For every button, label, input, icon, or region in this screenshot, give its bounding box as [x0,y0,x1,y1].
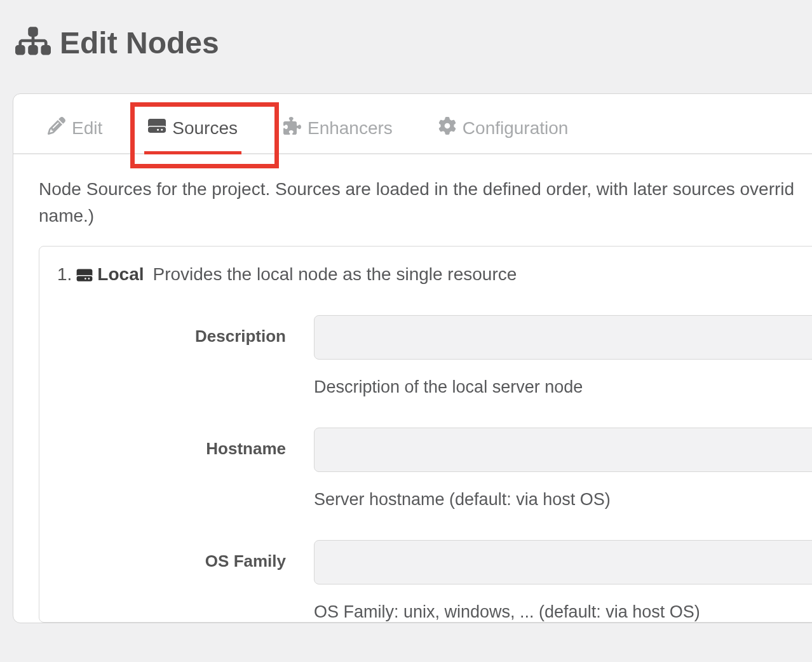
page-header: Edit Nodes [0,0,812,63]
tab-sources[interactable]: Sources [139,112,247,153]
tab-bar: Edit Sources Enhancers Configuration [13,94,812,154]
page-title: Edit Nodes [60,25,219,60]
tab-label: Configuration [463,118,569,138]
hostname-input[interactable] [314,428,812,472]
tab-label: Enhancers [308,118,393,138]
sitemap-icon [15,23,51,63]
gear-icon [438,117,456,139]
source-panel: 1. Local Provides the local node as the … [39,246,812,623]
osfamily-input[interactable] [314,540,812,584]
main-panel: Edit Sources Enhancers Configuration [13,93,812,623]
form-group-description: Description Description of the local ser… [57,315,812,397]
osfamily-label: OS Family [57,540,314,571]
tab-label: Sources [172,118,238,138]
tab-label: Edit [72,118,102,138]
hdd-icon [148,117,166,139]
description-help: Description of the local server node [314,377,812,397]
source-name: Local [97,264,144,285]
source-number: 1. [57,264,72,285]
source-description: Provides the local node as the single re… [153,264,517,285]
sources-description: Node Sources for the project. Sources ar… [13,154,812,229]
description-input[interactable] [314,315,812,360]
hostname-help: Server hostname (default: via host OS) [314,490,812,510]
form-group-osfamily: OS Family OS Family: unix, windows, ... … [57,540,812,622]
source-header: 1. Local Provides the local node as the … [57,264,812,285]
pencil-icon [48,117,65,139]
osfamily-help: OS Family: unix, windows, ... (default: … [314,602,812,622]
hostname-label: Hostname [57,428,314,459]
hdd-icon [76,264,93,285]
tab-configuration[interactable]: Configuration [430,112,578,153]
tab-edit[interactable]: Edit [39,112,111,153]
description-label: Description [57,315,314,346]
tab-enhancers[interactable]: Enhancers [274,112,402,153]
puzzle-icon [283,117,301,139]
form-group-hostname: Hostname Server hostname (default: via h… [57,428,812,510]
